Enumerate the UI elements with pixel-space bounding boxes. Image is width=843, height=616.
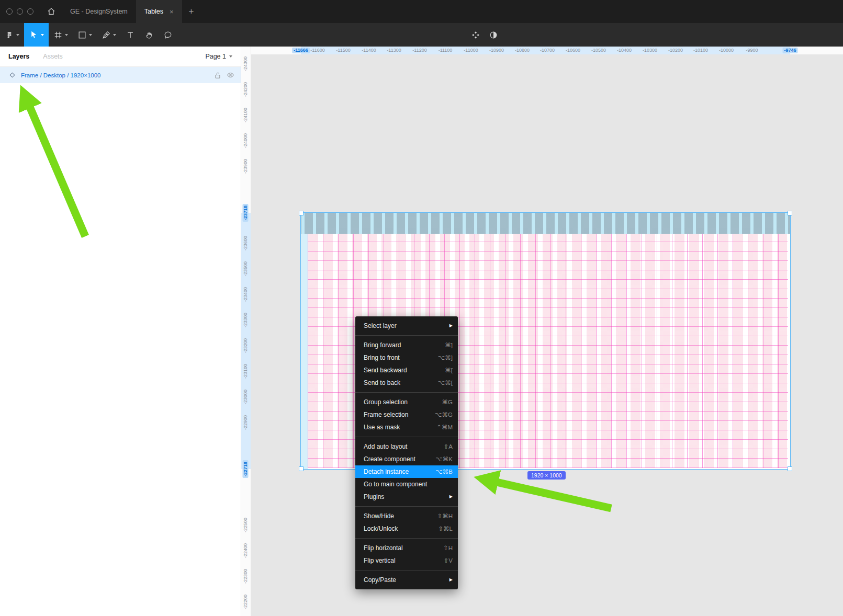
- tab-assets[interactable]: Assets: [43, 53, 63, 60]
- chevron-down-icon: [229, 55, 232, 58]
- menu-item-use-as-mask[interactable]: Use as mask⌃⌘M: [355, 421, 458, 434]
- v-ruler-tick: -24300: [243, 56, 249, 71]
- v-ruler-tick: -24200: [243, 82, 249, 97]
- layers-panel: Layers Assets Page 1 Frame / Desktop / 1…: [0, 47, 241, 616]
- page-selector-label: Page 1: [205, 53, 226, 60]
- menu-item-flip-horizontal[interactable]: Flip horizontal⇧H: [355, 542, 458, 554]
- menu-item-label: Go to main component: [364, 481, 453, 488]
- menu-item-frame-selection[interactable]: Frame selection⌥⌘G: [355, 408, 458, 421]
- tab-label: Tables: [144, 8, 163, 15]
- tab-ge-designsystem[interactable]: GE - DesignSystem: [62, 0, 136, 23]
- menu-item-bring-to-front[interactable]: Bring to front⌥⌘]: [355, 351, 458, 364]
- layer-row-frame-desktop[interactable]: Frame / Desktop / 1920×1000: [0, 67, 241, 83]
- frame-icon: [53, 30, 63, 40]
- hand-tool-button[interactable]: [140, 23, 159, 47]
- tab-close-icon[interactable]: ×: [170, 8, 174, 15]
- menu-item-detach-instance[interactable]: Detach instance⌥⌘B: [355, 465, 458, 478]
- menu-item-group-selection[interactable]: Group selection⌘G: [355, 396, 458, 408]
- menu-divider: [355, 570, 458, 571]
- h-ruler-tick: -9900: [746, 48, 758, 53]
- h-ruler-tick: -11600: [310, 48, 324, 53]
- menu-divider: [355, 437, 458, 437]
- tab-layers[interactable]: Layers: [8, 53, 29, 60]
- v-ruler-tick: -23200: [243, 338, 249, 353]
- context-menu: Select layer▶Bring forward⌘]Bring to fro…: [355, 316, 458, 589]
- h-ruler-tick: -11300: [387, 48, 401, 53]
- selection-handle-top-left[interactable]: [299, 211, 304, 215]
- layer-name: Frame / Desktop / 1920×1000: [21, 72, 209, 78]
- pen-tool-button[interactable]: [97, 23, 121, 47]
- menu-divider: [355, 506, 458, 507]
- menu-item-send-to-back[interactable]: Send to back⌥⌘[: [355, 377, 458, 389]
- move-cursor-icon: [29, 30, 39, 40]
- menu-item-copy-paste[interactable]: Copy/Paste▶: [355, 574, 458, 586]
- layer-row-icons: [214, 71, 234, 79]
- text-tool-button[interactable]: [121, 23, 140, 47]
- canvas[interactable]: -11666-11600-11500-11400-11300-11200-111…: [241, 47, 843, 616]
- menu-item-add-auto-layout[interactable]: Add auto layout⇧A: [355, 440, 458, 453]
- hand-icon: [144, 30, 154, 40]
- new-tab-button[interactable]: +: [182, 6, 201, 17]
- frame-left-gutter: [301, 234, 308, 469]
- menu-item-shortcut: ⌥⌘K: [436, 455, 453, 463]
- frame-tool-button[interactable]: [49, 23, 73, 47]
- home-icon: [47, 7, 56, 16]
- menu-item-label: Send backward: [364, 367, 445, 374]
- menu-item-select-layer[interactable]: Select layer▶: [355, 320, 458, 332]
- contrast-icon[interactable]: [489, 30, 498, 40]
- h-ruler-tick: -11666: [292, 48, 310, 53]
- page-selector[interactable]: Page 1: [205, 53, 232, 60]
- selection-handle-bottom-right[interactable]: [788, 466, 792, 471]
- eye-icon[interactable]: [227, 71, 234, 79]
- menu-item-create-component[interactable]: Create component⌥⌘K: [355, 453, 458, 465]
- tab-tables[interactable]: Tables ×: [136, 0, 182, 23]
- h-ruler-tick: -10200: [668, 48, 683, 53]
- v-ruler-tick: -22300: [243, 569, 249, 584]
- h-ruler-tick: -10500: [591, 48, 606, 53]
- v-ruler-tick: -23300: [243, 313, 249, 327]
- menu-item-label: Send to back: [364, 379, 438, 386]
- shape-tool-button[interactable]: [73, 23, 97, 47]
- menu-item-flip-vertical[interactable]: Flip vertical⇧V: [355, 554, 458, 567]
- rectangle-icon: [77, 30, 87, 40]
- v-ruler: -24300-24200-24100-24000-23900-23718-236…: [241, 47, 251, 616]
- unlock-icon[interactable]: [214, 72, 221, 79]
- menu-item-shortcut: ⌥⌘[: [438, 379, 453, 386]
- menu-item-show-hide[interactable]: Show/Hide⇧⌘H: [355, 510, 458, 522]
- chevron-down-icon: [65, 34, 68, 36]
- menu-item-label: Show/Hide: [364, 512, 437, 520]
- main-menu-button[interactable]: [0, 23, 24, 47]
- window-close-button[interactable]: [6, 8, 13, 15]
- window-minimize-button[interactable]: [17, 8, 23, 15]
- selection-handle-bottom-left[interactable]: [299, 466, 304, 471]
- menu-item-shortcut: ⌥⌘G: [435, 411, 453, 418]
- frame-table-header: [301, 213, 790, 234]
- v-ruler-tick: -24100: [243, 108, 249, 122]
- toolbar: [0, 23, 843, 47]
- window-zoom-button[interactable]: [27, 8, 33, 15]
- menu-item-lock-unlock[interactable]: Lock/Unlock⇧⌘L: [355, 522, 458, 535]
- v-ruler-tick: -22718: [243, 460, 249, 478]
- h-ruler-tick: -10700: [540, 48, 555, 53]
- v-ruler-tick: -23600: [243, 236, 249, 250]
- menu-item-label: Plugins: [364, 493, 449, 500]
- figma-app: GE - DesignSystem Tables × +: [0, 0, 843, 616]
- comment-tool-button[interactable]: [159, 23, 177, 47]
- submenu-arrow-icon: ▶: [449, 578, 453, 582]
- h-ruler-tick: -10300: [643, 48, 657, 53]
- menu-item-plugins[interactable]: Plugins▶: [355, 490, 458, 503]
- menu-item-label: Bring forward: [364, 341, 445, 349]
- home-button[interactable]: [41, 0, 62, 23]
- menu-item-shortcut: ⌘]: [445, 341, 453, 349]
- comment-icon: [163, 30, 173, 40]
- menu-item-bring-forward[interactable]: Bring forward⌘]: [355, 339, 458, 351]
- v-ruler-tick: -23718: [243, 204, 249, 222]
- selection-size-badge: 1920 × 1000: [527, 471, 566, 480]
- component-icon[interactable]: [471, 30, 480, 40]
- move-tool-button[interactable]: [24, 23, 49, 47]
- menu-item-label: Add auto layout: [364, 443, 444, 450]
- menu-item-go-to-main-component[interactable]: Go to main component: [355, 478, 458, 490]
- submenu-arrow-icon: ▶: [449, 495, 453, 499]
- menu-item-send-backward[interactable]: Send backward⌘[: [355, 364, 458, 377]
- selection-handle-top-right[interactable]: [788, 211, 792, 215]
